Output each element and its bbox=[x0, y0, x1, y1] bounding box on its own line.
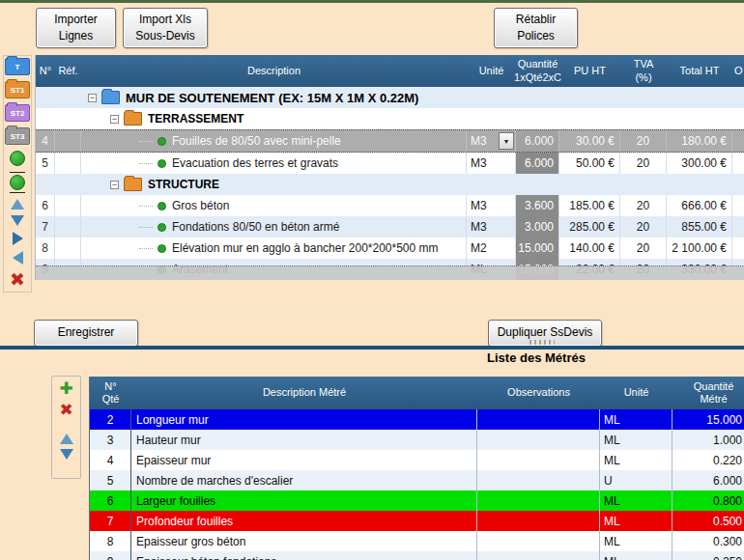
add-metre-icon[interactable]: ✚ bbox=[59, 380, 72, 397]
metre-row[interactable]: 4 Epaisseur mur ML 0.220 bbox=[90, 450, 744, 470]
unit-combobox[interactable]: M3▼ bbox=[467, 130, 516, 152]
metre-obs[interactable] bbox=[477, 511, 600, 531]
metre-row-highlight-red[interactable]: 7 Profondeur fouilles ML 0.500 bbox=[90, 511, 744, 531]
metre-row-highlight-green[interactable]: 6 Largeur fouilles ML 0.800 bbox=[90, 490, 744, 511]
row-qty[interactable]: 6.000 bbox=[516, 130, 559, 152]
row-pu[interactable]: 50.00 € bbox=[559, 153, 620, 174]
col-numqte-header[interactable]: N°Qté bbox=[90, 380, 131, 406]
devis-row[interactable]: 8 Elévation mur en agglo à bancher 200*2… bbox=[36, 238, 744, 259]
insert-line-icon[interactable] bbox=[10, 172, 25, 193]
row-unit[interactable]: M3 bbox=[467, 153, 516, 174]
add-line-icon[interactable] bbox=[10, 151, 25, 166]
row-tva[interactable]: 20 bbox=[620, 216, 667, 238]
metre-unit[interactable]: ML bbox=[600, 430, 672, 450]
col-obs-header[interactable]: O bbox=[732, 65, 744, 77]
metre-qty[interactable]: 1.000 bbox=[672, 430, 744, 450]
group-row-structure[interactable]: − STRUCTURE bbox=[36, 174, 744, 195]
metre-desc[interactable]: Epaisseur gros béton bbox=[131, 531, 477, 551]
metre-move-up-icon[interactable] bbox=[60, 434, 73, 444]
metre-unit[interactable]: ML bbox=[600, 551, 672, 560]
subtotal2-folder-icon[interactable]: ST2 bbox=[5, 104, 30, 122]
devis-row-selected[interactable]: 4 Fouilles de 80/50 avec mini-pelle M3▼ … bbox=[36, 129, 744, 153]
devis-row[interactable]: 7 Fondations 80/50 en béton armé M3 3.00… bbox=[36, 216, 744, 238]
metre-desc[interactable]: Hauteur mur bbox=[131, 430, 477, 450]
row-tva[interactable]: 20 bbox=[620, 238, 667, 259]
metre-obs[interactable] bbox=[477, 531, 600, 551]
col-qty-header[interactable]: Quantité1xQté2xC bbox=[516, 58, 559, 83]
col-unite-header[interactable]: Unité bbox=[600, 386, 672, 399]
col-observations-header[interactable]: Observations bbox=[477, 386, 600, 399]
group-row-terrassement[interactable]: − TERRASSEMENT bbox=[36, 108, 744, 129]
metre-row[interactable]: 9 Epaisseur béton fondations ML 0.250 bbox=[90, 551, 744, 560]
metre-obs[interactable] bbox=[477, 490, 600, 511]
metre-row[interactable]: 5 Nombre de marches d'escalier U 6.000 bbox=[90, 470, 744, 490]
metre-unit[interactable]: ML bbox=[600, 490, 672, 511]
metre-obs[interactable] bbox=[477, 450, 600, 470]
delete-metre-icon[interactable]: ✖ bbox=[59, 402, 72, 418]
import-lines-button[interactable]: Importer Lignes bbox=[36, 8, 116, 48]
metre-qty[interactable]: 0.800 bbox=[672, 490, 744, 511]
col-desc-header[interactable]: Description bbox=[81, 65, 467, 77]
collapse-icon[interactable]: − bbox=[110, 181, 119, 189]
metre-desc[interactable]: Profondeur fouilles bbox=[131, 511, 477, 531]
metre-row[interactable]: 3 Hauteur mur ML 1.000 bbox=[90, 430, 744, 450]
row-qty[interactable]: 6.000 bbox=[516, 153, 559, 174]
row-pu[interactable]: 140.00 € bbox=[559, 238, 620, 259]
metre-desc[interactable]: Largeur fouilles bbox=[131, 490, 477, 511]
subtotal3-folder-icon[interactable]: ST3 bbox=[5, 127, 30, 145]
splitter-grip[interactable] bbox=[529, 340, 555, 345]
metre-desc[interactable]: Epaisseur mur bbox=[131, 450, 477, 470]
col-unit-header[interactable]: Unité bbox=[467, 65, 516, 77]
col-descmetre-header[interactable]: Description Métré bbox=[131, 386, 477, 399]
row-pu[interactable]: 285.00 € bbox=[559, 216, 620, 238]
devis-row[interactable]: 6 Gros béton M3 3.600 185.00 € 20 666.00… bbox=[36, 195, 744, 216]
dropdown-arrow-icon[interactable]: ▼ bbox=[499, 132, 514, 150]
move-up-icon[interactable] bbox=[11, 199, 24, 210]
metre-obs[interactable] bbox=[477, 430, 600, 450]
metre-qty[interactable]: 15.000 bbox=[672, 409, 744, 430]
row-tva[interactable]: 20 bbox=[620, 153, 667, 174]
metre-qty[interactable]: 0.300 bbox=[672, 531, 744, 551]
metre-qty[interactable]: 0.250 bbox=[672, 551, 744, 560]
collapse-icon[interactable]: − bbox=[88, 94, 97, 102]
metre-row-selected[interactable]: 2 Longueur mur ML 15.000 bbox=[90, 409, 744, 430]
col-total-header[interactable]: Total HT bbox=[667, 65, 732, 77]
col-ref-header[interactable]: Réf. bbox=[55, 65, 81, 77]
save-button[interactable]: Enregistrer bbox=[34, 320, 138, 347]
section-divider[interactable] bbox=[0, 346, 744, 350]
import-xls-button[interactable]: Import Xls Sous-Devis bbox=[123, 8, 208, 48]
indent-left-icon[interactable] bbox=[13, 251, 23, 265]
metre-obs[interactable] bbox=[477, 470, 600, 490]
metre-obs[interactable] bbox=[477, 551, 600, 560]
col-qtymetre-header[interactable]: QuantitéMétré bbox=[672, 380, 744, 406]
row-tva[interactable]: 20 bbox=[620, 130, 667, 152]
metre-desc[interactable]: Nombre de marches d'escalier bbox=[131, 470, 477, 490]
move-down-icon[interactable] bbox=[11, 215, 24, 226]
indent-right-icon[interactable] bbox=[13, 232, 23, 245]
total-folder-icon[interactable]: T bbox=[5, 58, 30, 75]
subtotal1-folder-icon[interactable]: ST1 bbox=[5, 81, 30, 98]
restore-fonts-button[interactable]: Rétablir Polices bbox=[494, 8, 578, 48]
row-unit[interactable]: M2 bbox=[467, 238, 516, 259]
row-unit[interactable]: M3 bbox=[467, 195, 516, 216]
col-tva-header[interactable]: TVA(%) bbox=[620, 58, 667, 83]
metre-move-down-icon[interactable] bbox=[60, 449, 73, 460]
metre-qty[interactable]: 0.220 bbox=[672, 450, 744, 470]
row-unit[interactable]: M3 bbox=[467, 216, 516, 238]
collapse-icon[interactable]: − bbox=[110, 115, 119, 124]
metre-row[interactable]: 8 Epaisseur gros béton ML 0.300 bbox=[90, 531, 744, 551]
row-qty[interactable]: 3.600 bbox=[516, 195, 559, 216]
devis-row[interactable]: 5 Evacuation des terres et gravats M3 6.… bbox=[36, 153, 744, 174]
group-row-mur[interactable]: − MUR DE SOUTENEMENT (EX: 15M X 1M X 0.2… bbox=[36, 87, 744, 108]
col-pu-header[interactable]: PU HT bbox=[559, 65, 620, 77]
metre-unit[interactable]: ML bbox=[600, 450, 672, 470]
row-qty[interactable]: 3.000 bbox=[516, 216, 559, 238]
row-pu[interactable]: 30.00 € bbox=[559, 130, 620, 152]
metre-unit[interactable]: ML bbox=[600, 531, 672, 551]
row-tva[interactable]: 20 bbox=[620, 195, 667, 216]
metre-desc[interactable]: Epaisseur béton fondations bbox=[131, 551, 477, 560]
delete-line-icon[interactable]: ✖ bbox=[10, 270, 25, 289]
metre-unit[interactable]: ML bbox=[600, 409, 672, 430]
metre-unit[interactable]: ML bbox=[600, 511, 672, 531]
metre-desc[interactable]: Longueur mur bbox=[131, 409, 477, 430]
